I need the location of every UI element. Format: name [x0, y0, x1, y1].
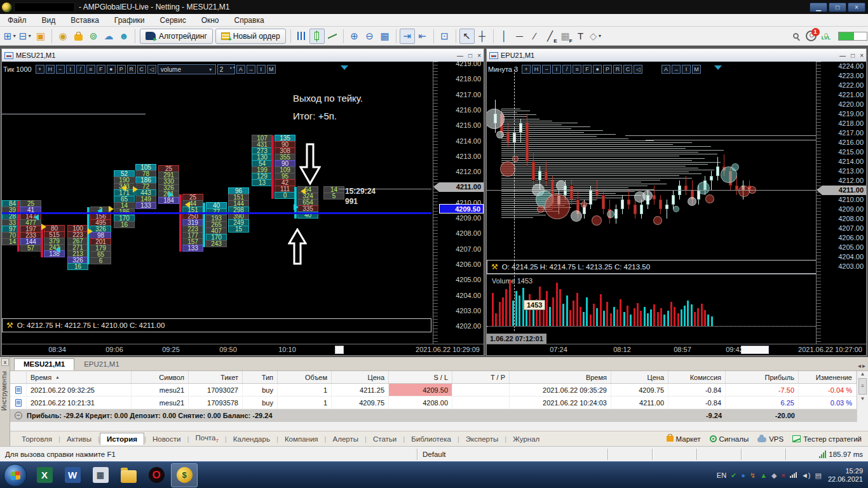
app-minimize-button[interactable]: ▁ [810, 3, 827, 12]
chart-toolbar-button[interactable]: I [66, 65, 75, 74]
scroll-up-icon[interactable]: ▲ [857, 371, 868, 377]
taskbar-app-calc[interactable]: ▦ [87, 463, 114, 487]
cluster-mode-dropdown[interactable]: volume▼ [158, 64, 216, 74]
time-axis[interactable]: 07:2408:1208:5709:422021.06.22 10:27:00 [487, 344, 866, 355]
menu-item-Окно[interactable]: Окно [194, 15, 227, 26]
chart-toolbar-button[interactable]: ● [593, 65, 602, 74]
app-close-button[interactable]: × [848, 3, 865, 12]
candle-chart-plot[interactable]: ⚒O: 4214.25 H: 4214.75 L: 4213.25 C: 421… [487, 62, 866, 344]
market-wallet-icon[interactable]: ◉ [55, 29, 71, 44]
tab-Торговля[interactable]: Торговля [15, 433, 58, 445]
column-header[interactable]: Время [510, 371, 611, 383]
button-VPS[interactable]: VPS [757, 435, 783, 443]
taskbar-app-folder[interactable] [115, 463, 142, 487]
text-label-icon[interactable]: T [573, 29, 588, 44]
column-header[interactable]: Тикет [189, 371, 243, 383]
chart-toolbar-button[interactable]: P [117, 65, 126, 74]
chart-toolbar-button[interactable]: ≡ [86, 65, 95, 74]
chart-toolbar-button[interactable]: C [623, 65, 632, 74]
vertical-line-icon[interactable]: │ [497, 29, 512, 44]
chart-toolbar-button[interactable]: A [236, 65, 245, 74]
taskbar-app-word[interactable]: W [59, 463, 86, 487]
shapes-icon[interactable]: ◇▼ [588, 29, 604, 44]
notifications-icon[interactable]: 1 [803, 29, 818, 44]
signals-icon[interactable]: ⊚ [86, 29, 101, 44]
tab-Календарь[interactable]: Календарь [227, 433, 276, 445]
chart-toolbar-button[interactable]: I [682, 65, 691, 74]
scroll-thumb[interactable]: ≡ [858, 378, 867, 395]
cluster-size-spinner[interactable]: 2 [217, 64, 235, 74]
button-Маркет[interactable]: Маркет [667, 435, 701, 443]
cursor-icon[interactable]: ↖ [459, 29, 475, 44]
toolbox-close-button[interactable]: x [1, 358, 9, 366]
column-header[interactable]: Цена [611, 371, 668, 383]
app-maximize-button[interactable]: □ [829, 3, 846, 12]
market-bag-icon[interactable] [71, 29, 86, 44]
tab-Почта[interactable]: Почта7 [189, 432, 224, 445]
lvl-icon[interactable]: ∩LVL [818, 29, 834, 44]
table-row[interactable]: 2021.06.22 09:32:25mesu2117093027buy1421… [10, 384, 868, 396]
chart-shift-icon[interactable]: ⇤ [415, 29, 430, 44]
tray-icon[interactable]: ✔ [731, 471, 736, 479]
chart-toolbar-button[interactable]: I [552, 65, 561, 74]
button-Тестер стратегий[interactable]: Тестер стратегий [792, 435, 862, 443]
save-template-icon[interactable]: ⊡ [437, 29, 452, 44]
taskbar-clock[interactable]: 15:29 22.06.2021 [825, 467, 868, 484]
menu-item-Сервис[interactable]: Сервис [153, 15, 194, 26]
tray-icon[interactable]: ● [741, 471, 745, 479]
tab-История[interactable]: История [100, 433, 144, 445]
tray-signal-icon[interactable] [790, 472, 797, 478]
time-axis[interactable]: 08:3409:0609:2509:5010:102021.06.22 10:2… [2, 344, 484, 355]
line-chart-icon[interactable] [325, 29, 340, 44]
zoom-out-icon[interactable]: ⊖ [362, 29, 377, 44]
taskbar-app-mt5[interactable]: $ [171, 463, 198, 487]
chart-toolbar-button[interactable]: − [542, 65, 551, 74]
connection-progress[interactable] [834, 29, 868, 44]
status-profile[interactable]: Default [417, 449, 607, 460]
tray-icon[interactable]: ▲ [760, 471, 767, 479]
collapse-icon[interactable]: − [15, 412, 22, 419]
zoom-in-icon[interactable]: ⊕ [347, 29, 362, 44]
column-header[interactable]: Время▲ [27, 371, 132, 383]
chart-toolbar-button[interactable]: P [603, 65, 612, 74]
chart-toolbar-button[interactable]: H [46, 65, 55, 74]
chart-toolbar-button[interactable]: → [672, 65, 681, 74]
crosshair-icon[interactable]: ┼ [475, 29, 490, 44]
fibo-grid-icon[interactable]: ▦F [558, 29, 573, 44]
chart-window-title-bar[interactable]: MESU21,M1 — □ × [2, 49, 484, 62]
chart-toolbar-button[interactable]: → [247, 65, 255, 74]
button-Сигналы[interactable]: Сигналы [710, 435, 749, 443]
menu-item-Графики[interactable]: Графики [107, 15, 153, 26]
column-header[interactable]: T / P [452, 371, 510, 383]
table-row[interactable]: 2021.06.22 10:21:31mesu2117093578buy1420… [10, 396, 868, 409]
chart-toolbar-button[interactable]: ≡ [573, 65, 581, 74]
scroll-left-icon[interactable]: ◂ [858, 362, 861, 369]
tab-Активы[interactable]: Активы [60, 433, 98, 445]
tab-Алерты[interactable]: Алерты [327, 433, 365, 445]
tray-icon[interactable]: ◆ [771, 471, 776, 479]
menu-item-Справка[interactable]: Справка [227, 15, 272, 26]
price-scale[interactable]: 4224.004223.004222.004221.004220.004219.… [816, 62, 866, 344]
chart-toolbar-button[interactable]: / [76, 65, 85, 74]
tab-Библиотека[interactable]: Библиотека [405, 433, 458, 445]
equidistant-channel-icon[interactable]: ╱E [543, 29, 558, 44]
price-scale[interactable]: 4219.004218.004217.004216.004215.004214.… [433, 62, 484, 344]
chart-minimize-button[interactable]: — [457, 52, 463, 59]
chart-toolbar-button[interactable]: I [257, 65, 266, 74]
start-button[interactable] [4, 464, 27, 487]
menu-item-Файл[interactable]: Файл [0, 15, 34, 26]
new-order-button[interactable]: Новый ордер [215, 29, 286, 44]
menu-item-Вид[interactable]: Вид [34, 15, 64, 26]
chart-toolbar-button[interactable]: ◁ [147, 65, 156, 74]
algo-trading-button[interactable]: Алготрейдинг [140, 29, 213, 44]
chart-toolbar-button[interactable]: H [532, 65, 541, 74]
tab-Журнал[interactable]: Журнал [506, 433, 546, 445]
new-chart-icon[interactable]: ⊞▼ [3, 29, 18, 44]
symbols-icon[interactable]: ▣ [33, 29, 48, 44]
scroll-down-icon[interactable]: ▼ [857, 396, 868, 402]
chart-maximize-button[interactable]: □ [468, 52, 472, 59]
chart-toolbar-button[interactable]: C [137, 65, 146, 74]
tray-icon[interactable]: × [782, 471, 785, 479]
chart-tab-MESU21,M1[interactable]: MESU21,M1 [14, 358, 74, 370]
trendline-icon[interactable]: ∕ [527, 29, 543, 44]
